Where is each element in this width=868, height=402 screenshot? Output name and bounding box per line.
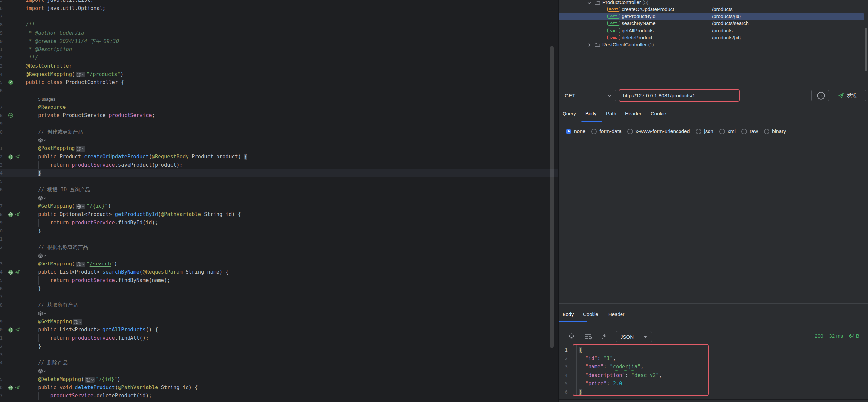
code-line[interactable]: 40 public List<Product> getAllProducts()… [0,326,558,334]
code-line[interactable] [0,367,558,375]
code-line[interactable]: 10 * @create 2024/11/4 下午 09:30 [0,37,558,46]
code-line[interactable]: 12 **/ [0,54,558,62]
json-line[interactable]: 2 "id": "1", [559,354,710,363]
tree-endpoint-createOrUpdateProduct[interactable]: POSTcreateOrUpdateProduct/products [559,6,864,13]
spring-bean-icon[interactable] [8,80,13,85]
api-request-inlay[interactable] [38,138,46,143]
code-line[interactable]: 31 [0,235,558,243]
request-tab-body[interactable]: Body [585,111,596,116]
send-request-icon[interactable] [15,154,21,160]
json-line[interactable]: 1{ [559,346,710,354]
api-request-inlay[interactable] [38,253,46,258]
api-request-inlay[interactable] [38,196,46,201]
chevron-down-icon[interactable] [587,1,591,5]
api-request-inlay[interactable] [38,369,46,374]
request-tab-cookie[interactable]: Cookie [651,111,666,116]
code-line[interactable]: 28 public Optional<Product> getProductBy… [0,210,558,219]
tree-folder-ProductController[interactable]: ProductController (5) [559,0,864,6]
code-line[interactable]: 29 return productService.findById(id); [0,219,558,227]
api-request-inlay-icon[interactable] [38,138,43,143]
http-endpoint-icon[interactable] [8,270,13,275]
response-tab-header[interactable]: Header [608,311,624,317]
body-mode-none[interactable]: none [566,128,585,134]
request-tab-path[interactable]: Path [606,111,616,116]
soft-wrap-button[interactable] [584,333,592,340]
send-button[interactable]: 发送 [828,90,866,101]
body-mode-json[interactable]: json [696,128,713,134]
code-line[interactable]: 17 @Resource [0,103,558,112]
code-line[interactable]: 14@RequestMapping("/products") [0,70,558,79]
clear-button[interactable] [567,333,576,341]
request-tab-header[interactable]: Header [625,111,641,116]
send-request-icon[interactable] [15,269,21,275]
code-line[interactable]: 6import java.util.Optional; [0,4,558,12]
tree-endpoint-getProductById[interactable]: GETgetProductById/products/{id} [559,13,864,20]
tree-endpoint-deleteProduct[interactable]: DELdeleteProduct/products/{id} [559,34,864,41]
code-line[interactable]: 23 return productService.saveProduct(pro… [0,161,558,169]
code-line[interactable]: 19 [0,120,558,128]
response-json-viewer[interactable]: 1{2 "id": "1",3 "name": "coderjia",4 "de… [559,346,710,396]
http-path-globe-widget[interactable] [76,261,85,267]
response-tab-body[interactable]: Body [562,311,574,317]
request-tab-query[interactable]: Query [562,111,576,116]
code-line[interactable]: 48 } [0,400,558,402]
json-line[interactable]: 6} [559,388,710,397]
tree-folder-RestClientController[interactable]: RestClientController (1) [559,41,864,48]
http-path-globe-widget[interactable] [76,204,85,209]
code-line[interactable]: 38 // 获取所有产品 [0,301,558,309]
http-path-globe-widget[interactable] [73,319,82,325]
code-line[interactable]: 44 // 删除产品 [0,359,558,367]
code-line[interactable]: 27 @GetMapping("/{id}") [0,202,558,210]
code-line[interactable]: 21 @PostMapping [0,144,558,153]
code-editor[interactable]: 5import java.util.List;6import java.util… [0,0,558,402]
http-endpoint-icon[interactable] [8,212,13,217]
code-line[interactable]: 32 // 根据名称查询产品 [0,243,558,252]
tree-endpoint-getAllProducts[interactable]: GETgetAllProducts/products [559,27,864,34]
code-line[interactable]: 35 return productService.findByName(name… [0,276,558,285]
http-path-globe-widget[interactable] [85,377,95,382]
tree-endpoint-searchByName[interactable]: GETsearchByName/products/search [559,20,864,27]
send-request-icon[interactable] [15,212,21,217]
method-select[interactable]: GET [561,90,616,101]
code-line[interactable]: 26 // 根据 ID 查询产品 [0,186,558,194]
http-path-globe-widget[interactable] [76,146,85,152]
body-mode-binary[interactable]: binary [764,128,786,134]
code-line[interactable]: 33 @GetMapping("/search") [0,260,558,268]
tree-scrollbar[interactable] [865,28,867,71]
format-select[interactable]: JSON [616,331,652,342]
code-line[interactable]: 22 public Product createOrUpdateProduct(… [0,153,558,161]
body-mode-form-data[interactable]: form-data [591,128,621,134]
code-line[interactable]: 20 // 创建或更新产品 [0,128,558,136]
http-path-globe-widget[interactable] [76,72,85,78]
code-line[interactable]: 37 [0,293,558,301]
code-line[interactable]: 24 } [0,169,558,177]
http-endpoint-icon[interactable] [8,327,13,333]
code-line[interactable]: 5 usages [0,95,558,103]
send-request-icon[interactable] [15,327,21,333]
code-line[interactable]: 34 public List<Product> searchByName(@Re… [0,268,558,276]
code-line[interactable]: 18 private ProductService productService… [0,112,558,120]
history-button[interactable] [816,91,826,100]
body-mode-xml[interactable]: xml [719,128,736,134]
api-request-inlay[interactable] [38,311,46,316]
code-line[interactable]: 45 @DeleteMapping("/{id}") [0,375,558,383]
code-line[interactable]: 43 [0,350,558,359]
send-request-icon[interactable] [15,385,21,391]
code-line[interactable]: 5import java.util.List; [0,0,558,4]
code-line[interactable]: 11 * @Description [0,46,558,54]
url-input[interactable]: http://127.0.0.1:8081/products/1 [619,90,812,101]
api-request-inlay-icon[interactable] [38,253,43,258]
code-line[interactable]: 8/** [0,21,558,29]
autowired-bean-icon[interactable] [8,113,13,118]
download-button[interactable] [601,333,609,340]
api-request-inlay-icon[interactable] [38,311,43,316]
code-line[interactable]: 47 productService.deleteProduct(id); [0,392,558,400]
code-line[interactable] [0,252,558,260]
code-line[interactable]: 16 [0,87,558,95]
code-line[interactable]: 13@RestController [0,62,558,70]
code-line[interactable]: 39 @GetMapping [0,318,558,326]
code-line[interactable]: 36 } [0,285,558,293]
api-request-inlay-icon[interactable] [38,369,43,374]
response-tab-cookie[interactable]: Cookie [583,311,598,317]
code-line[interactable] [0,136,558,144]
